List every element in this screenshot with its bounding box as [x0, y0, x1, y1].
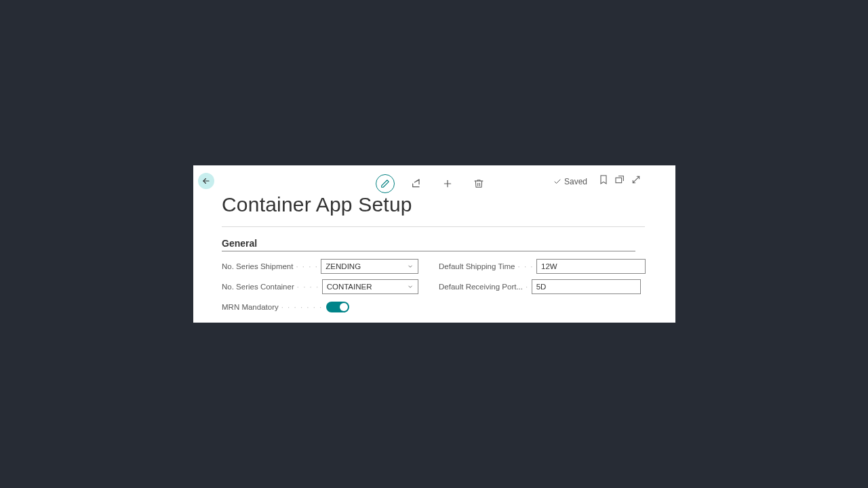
default-shipping-time-input[interactable] — [536, 259, 646, 274]
no-series-shipment-dropdown[interactable]: ZENDING — [321, 259, 418, 274]
default-receiving-port-input[interactable] — [532, 279, 641, 294]
share-icon — [411, 178, 422, 189]
pencil-icon — [380, 179, 390, 188]
chevron-down-icon — [407, 263, 414, 270]
saved-status: Saved — [553, 177, 587, 186]
plus-icon — [442, 178, 453, 189]
no-series-container-label: No. Series Container — [222, 283, 294, 291]
mrn-mandatory-label: MRN Mandatory — [222, 303, 279, 311]
dots: · · · · — [294, 283, 322, 291]
bookmark-icon — [598, 174, 609, 185]
page-title: Container App Setup — [222, 193, 412, 216]
back-button[interactable] — [198, 173, 214, 189]
dots: · · · · · · · — [279, 303, 326, 311]
form-row: No. Series Container · · · · CONTAINER D… — [222, 279, 635, 294]
popout-icon — [614, 174, 625, 185]
popout-button[interactable] — [614, 174, 625, 185]
saved-label: Saved — [564, 177, 587, 186]
dots: · · · · — [293, 262, 321, 270]
delete-button[interactable] — [463, 174, 494, 193]
title-divider — [222, 226, 645, 227]
dots: · — [523, 283, 532, 291]
toggle-knob — [340, 303, 348, 311]
no-series-container-value: CONTAINER — [327, 283, 372, 291]
dots: · · · — [515, 262, 536, 270]
arrow-left-icon — [201, 176, 211, 186]
no-series-shipment-label: No. Series Shipment — [222, 262, 293, 270]
form-row: MRN Mandatory · · · · · · · — [222, 300, 635, 314]
expand-icon — [631, 174, 642, 185]
svg-rect-3 — [616, 178, 622, 182]
no-series-shipment-value: ZENDING — [326, 262, 361, 270]
default-receiving-port-label: Default Receiving Port... — [439, 283, 523, 291]
expand-button[interactable] — [631, 174, 642, 185]
setup-panel: Saved Container App Setup General No. Se… — [193, 165, 675, 323]
window-actions — [598, 174, 642, 185]
edit-button[interactable] — [370, 174, 401, 193]
general-form: No. Series Shipment · · · · ZENDING Defa… — [222, 259, 635, 320]
bookmark-button[interactable] — [598, 174, 609, 185]
default-shipping-time-label: Default Shipping Time — [439, 262, 515, 270]
mrn-mandatory-toggle[interactable] — [326, 302, 349, 312]
toolbar — [370, 174, 494, 193]
chevron-down-icon — [407, 283, 414, 290]
new-button[interactable] — [432, 174, 463, 193]
section-general-header[interactable]: General — [222, 238, 257, 249]
share-button[interactable] — [401, 174, 432, 193]
check-icon — [553, 178, 561, 186]
section-divider — [222, 251, 635, 251]
no-series-container-dropdown[interactable]: CONTAINER — [322, 279, 418, 294]
form-row: No. Series Shipment · · · · ZENDING Defa… — [222, 259, 635, 274]
trash-icon — [473, 178, 484, 189]
svg-line-4 — [633, 176, 639, 182]
